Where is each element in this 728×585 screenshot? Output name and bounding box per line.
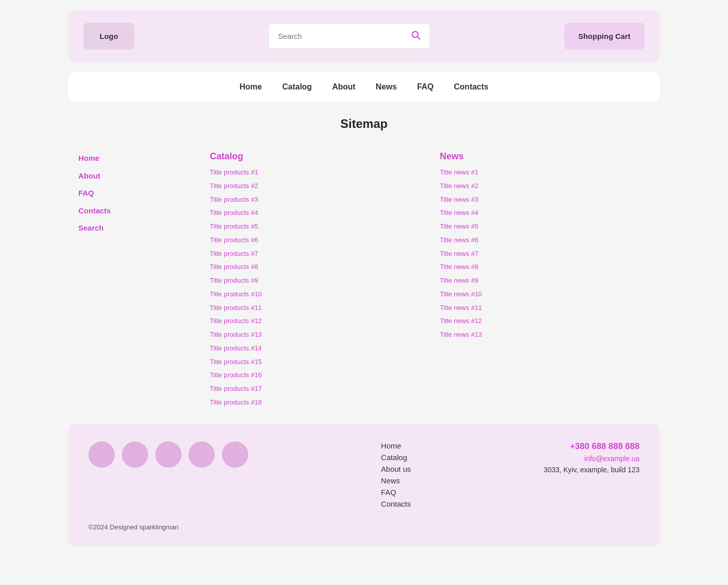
footer-link-about-us[interactable]: About us <box>381 465 411 473</box>
catalog-item-3[interactable]: Title products #3 <box>210 194 420 206</box>
sitemap-catalog-col: Catalog Title products #1 Title products… <box>200 151 420 409</box>
catalog-item-4[interactable]: Title products #4 <box>210 207 420 219</box>
footer-email[interactable]: info@example.ua <box>584 455 640 463</box>
footer-link-home[interactable]: Home <box>381 441 411 450</box>
social-icon-5[interactable] <box>222 441 248 468</box>
footer-link-contacts[interactable]: Contacts <box>381 500 411 508</box>
news-item-6[interactable]: Title news #6 <box>440 235 650 246</box>
news-item-9[interactable]: Title news #9 <box>440 275 650 287</box>
news-item-8[interactable]: Title news #8 <box>440 261 650 273</box>
sitemap-grid: Home About FAQ Contacts Search Catalog T… <box>68 151 660 409</box>
news-item-4[interactable]: Title news #4 <box>440 207 650 219</box>
catalog-item-1[interactable]: Title products #1 <box>210 167 420 178</box>
footer-address: 3033, Kyiv, example, build 123 <box>543 466 640 474</box>
logo-button[interactable]: Logo <box>83 23 134 50</box>
footer-link-news[interactable]: News <box>381 476 411 485</box>
footer-socials <box>88 441 248 468</box>
social-icon-2[interactable] <box>122 441 148 468</box>
news-item-11[interactable]: Title news #11 <box>440 302 650 314</box>
news-item-2[interactable]: Title news #2 <box>440 181 650 192</box>
social-icon-4[interactable] <box>189 441 215 468</box>
footer-link-faq[interactable]: FAQ <box>381 488 411 497</box>
catalog-item-12[interactable]: Title products #12 <box>210 316 420 327</box>
nav-item-catalog[interactable]: Catalog <box>282 82 312 92</box>
nav-item-news[interactable]: News <box>376 82 397 92</box>
nav-item-faq[interactable]: FAQ <box>417 82 434 92</box>
footer-bottom: ©2024 Designed sparklingman <box>88 518 640 531</box>
catalog-item-5[interactable]: Title products #5 <box>210 221 420 233</box>
sitemap-link-search[interactable]: Search <box>78 221 200 236</box>
header: Logo Shopping Cart <box>68 10 660 62</box>
news-item-13[interactable]: Title news #13 <box>440 329 650 341</box>
cart-button[interactable]: Shopping Cart <box>564 23 645 50</box>
main-content: Sitemap Home About FAQ Contacts Search C… <box>68 117 660 409</box>
catalog-item-6[interactable]: Title products #6 <box>210 235 420 246</box>
search-icon <box>411 30 421 42</box>
sitemap-link-about[interactable]: About <box>78 169 200 184</box>
footer-inner: Home Catalog About us News FAQ Contacts … <box>88 441 640 508</box>
social-icon-1[interactable] <box>88 441 115 468</box>
sitemap-link-faq[interactable]: FAQ <box>78 186 200 201</box>
catalog-item-16[interactable]: Title products #16 <box>210 370 420 381</box>
news-item-3[interactable]: Title news #3 <box>440 194 650 206</box>
main-nav: Home Catalog About News FAQ Contacts <box>68 72 660 102</box>
search-input[interactable] <box>278 32 405 40</box>
catalog-item-2[interactable]: Title products #2 <box>210 181 420 192</box>
catalog-item-7[interactable]: Title products #7 <box>210 248 420 260</box>
svg-line-1 <box>417 37 420 39</box>
catalog-item-17[interactable]: Title products #17 <box>210 383 420 395</box>
catalog-item-8[interactable]: Title products #8 <box>210 261 420 273</box>
catalog-item-18[interactable]: Title products #18 <box>210 397 420 409</box>
sitemap-news-col: News Title news #1 Title news #2 Title n… <box>420 151 650 409</box>
nav-item-contacts[interactable]: Contacts <box>454 82 488 92</box>
news-item-12[interactable]: Title news #12 <box>440 316 650 327</box>
sitemap-main-col: Home About FAQ Contacts Search <box>78 151 200 409</box>
news-item-1[interactable]: Title news #1 <box>440 167 650 178</box>
catalog-item-14[interactable]: Title products #14 <box>210 343 420 354</box>
catalog-item-11[interactable]: Title products #11 <box>210 302 420 314</box>
footer: Home Catalog About us News FAQ Contacts … <box>68 424 660 546</box>
footer-contact: +380 688 888 888 info@example.ua 3033, K… <box>543 441 640 474</box>
sitemap-link-home[interactable]: Home <box>78 151 200 166</box>
footer-phone[interactable]: +380 688 888 888 <box>570 441 640 452</box>
search-bar <box>268 23 430 49</box>
nav-item-about[interactable]: About <box>332 82 355 92</box>
footer-link-catalog[interactable]: Catalog <box>381 453 411 462</box>
catalog-item-9[interactable]: Title products #9 <box>210 275 420 287</box>
catalog-item-15[interactable]: Title products #15 <box>210 356 420 368</box>
catalog-item-13[interactable]: Title products #13 <box>210 329 420 341</box>
footer-copyright: ©2024 Designed sparklingman <box>88 523 178 531</box>
nav-item-home[interactable]: Home <box>240 82 262 92</box>
sitemap-catalog-title[interactable]: Catalog <box>210 151 420 162</box>
sitemap-link-contacts[interactable]: Contacts <box>78 204 200 218</box>
news-item-10[interactable]: Title news #10 <box>440 289 650 300</box>
social-icon-3[interactable] <box>155 441 181 468</box>
sitemap-news-title[interactable]: News <box>440 151 650 162</box>
catalog-item-10[interactable]: Title products #10 <box>210 289 420 300</box>
news-item-7[interactable]: Title news #7 <box>440 248 650 260</box>
sitemap-title: Sitemap <box>68 117 660 131</box>
news-item-5[interactable]: Title news #5 <box>440 221 650 233</box>
footer-nav: Home Catalog About us News FAQ Contacts <box>381 441 411 508</box>
